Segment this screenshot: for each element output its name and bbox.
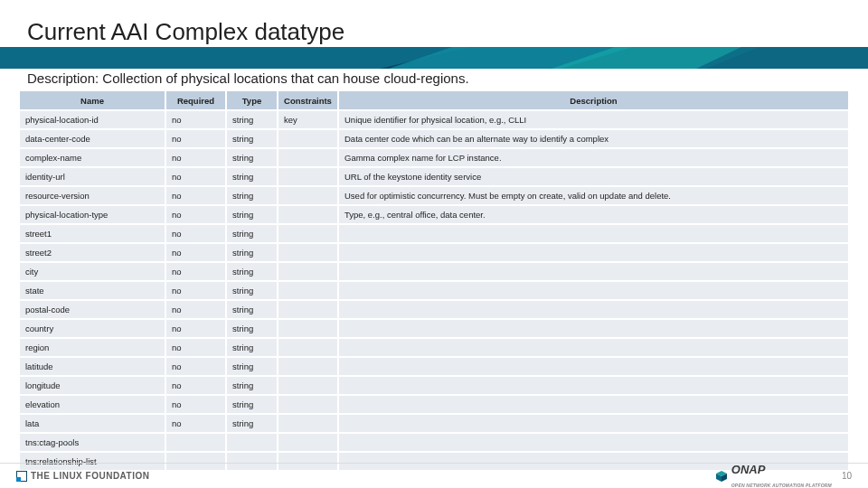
cell-type: string: [227, 377, 277, 394]
table-row: data-center-codenostringData center code…: [20, 130, 848, 147]
cell-required: no: [166, 377, 225, 394]
cell-name: tns:ctag-pools: [20, 434, 165, 451]
cell-type: string: [227, 206, 277, 223]
cell-desc: Gamma complex name for LCP instance.: [339, 149, 848, 166]
cell-required: no: [166, 339, 225, 356]
cell-constraints: [278, 244, 337, 261]
cell-desc: [339, 320, 848, 337]
table-row: street2nostring: [20, 244, 848, 261]
cell-required: no: [166, 244, 225, 261]
cell-name: identity-url: [20, 168, 165, 185]
cell-name: longitude: [20, 377, 165, 394]
cell-name: city: [20, 263, 165, 280]
cell-required: no: [166, 130, 225, 147]
cell-constraints: [278, 149, 337, 166]
table-wrap: Name Required Type Constraints Descripti…: [0, 89, 868, 472]
cell-required: no: [166, 282, 225, 299]
cell-constraints: [278, 187, 337, 204]
cell-desc: [339, 415, 848, 432]
cell-desc: Type, e.g., central office, data center.: [339, 206, 848, 223]
cell-name: country: [20, 320, 165, 337]
cell-name: complex-name: [20, 149, 165, 166]
table-row: complex-namenostringGamma complex name f…: [20, 149, 848, 166]
linux-foundation-text: THE LINUX FOUNDATION: [31, 471, 149, 481]
col-required: Required: [166, 91, 225, 109]
cell-desc: Used for optimistic concurrency. Must be…: [339, 187, 848, 204]
table-row: citynostring: [20, 263, 848, 280]
cell-desc: [339, 282, 848, 299]
table-row: countrynostring: [20, 320, 848, 337]
onap-text: ONAP: [731, 463, 766, 476]
cell-type: string: [227, 396, 277, 413]
table-row: physical-location-idnostringkeyUnique id…: [20, 111, 848, 128]
cell-type: string: [227, 301, 277, 318]
table-row: regionnostring: [20, 339, 848, 356]
cell-desc: Unique identifier for physical location,…: [339, 111, 848, 128]
cell-name: street1: [20, 225, 165, 242]
slide: Current AAI Complex datatype Description…: [0, 0, 868, 488]
datatype-table: Name Required Type Constraints Descripti…: [18, 89, 850, 472]
cell-required: no: [166, 187, 225, 204]
cell-name: data-center-code: [20, 130, 165, 147]
cell-required: [166, 434, 225, 451]
cell-constraints: [278, 339, 337, 356]
table-body: physical-location-idnostringkeyUnique id…: [20, 111, 848, 470]
cell-desc: [339, 301, 848, 318]
svg-rect-6: [16, 477, 21, 482]
cell-name: street2: [20, 244, 165, 261]
cell-type: string: [227, 244, 277, 261]
cell-desc: [339, 377, 848, 394]
cell-type: string: [227, 415, 277, 432]
table-row: statenostring: [20, 282, 848, 299]
table-header-row: Name Required Type Constraints Descripti…: [20, 91, 848, 109]
cell-constraints: [278, 168, 337, 185]
table-row: latanostring: [20, 415, 848, 432]
table-row: elevationnostring: [20, 396, 848, 413]
cell-name: state: [20, 282, 165, 299]
cell-required: no: [166, 320, 225, 337]
cell-required: no: [166, 415, 225, 432]
table-row: physical-location-typenostringType, e.g.…: [20, 206, 848, 223]
cell-required: no: [166, 301, 225, 318]
cell-name: resource-version: [20, 187, 165, 204]
cell-desc: [339, 244, 848, 261]
page-number: 10: [839, 471, 852, 481]
col-type: Type: [227, 91, 277, 109]
onap-icon: [715, 470, 728, 483]
title-band: Current AAI Complex datatype: [0, 0, 868, 63]
cell-required: no: [166, 149, 225, 166]
cell-desc: [339, 225, 848, 242]
table-row: street1nostring: [20, 225, 848, 242]
cell-constraints: [278, 434, 337, 451]
cell-constraints: [278, 225, 337, 242]
cell-name: lata: [20, 415, 165, 432]
cell-name: physical-location-type: [20, 206, 165, 223]
cell-constraints: [278, 320, 337, 337]
footer: THE LINUX FOUNDATION ONAP OPEN NETWORK A…: [0, 463, 868, 488]
cell-name: latitude: [20, 358, 165, 375]
cell-type: string: [227, 282, 277, 299]
cell-required: no: [166, 225, 225, 242]
cell-desc: [339, 263, 848, 280]
cell-desc: Data center code which can be an alterna…: [339, 130, 848, 147]
cell-type: string: [227, 263, 277, 280]
cell-constraints: [278, 206, 337, 223]
table-row: postal-codenostring: [20, 301, 848, 318]
cell-type: [227, 434, 277, 451]
cell-constraints: key: [278, 111, 337, 128]
linux-foundation-icon: [16, 471, 27, 482]
onap-subtext: OPEN NETWORK AUTOMATION PLATFORM: [731, 483, 832, 488]
cell-required: no: [166, 396, 225, 413]
onap-logo: ONAP OPEN NETWORK AUTOMATION PLATFORM: [715, 463, 832, 489]
page-title: Current AAI Complex datatype: [0, 0, 868, 46]
cell-type: string: [227, 130, 277, 147]
cell-required: no: [166, 168, 225, 185]
table-row: identity-urlnostringURL of the keystone …: [20, 168, 848, 185]
cell-constraints: [278, 396, 337, 413]
cell-required: no: [166, 111, 225, 128]
cell-type: string: [227, 358, 277, 375]
footer-right: ONAP OPEN NETWORK AUTOMATION PLATFORM 10: [715, 463, 852, 489]
col-constraints: Constraints: [278, 91, 337, 109]
cell-type: string: [227, 339, 277, 356]
linux-foundation-logo: THE LINUX FOUNDATION: [16, 471, 149, 482]
